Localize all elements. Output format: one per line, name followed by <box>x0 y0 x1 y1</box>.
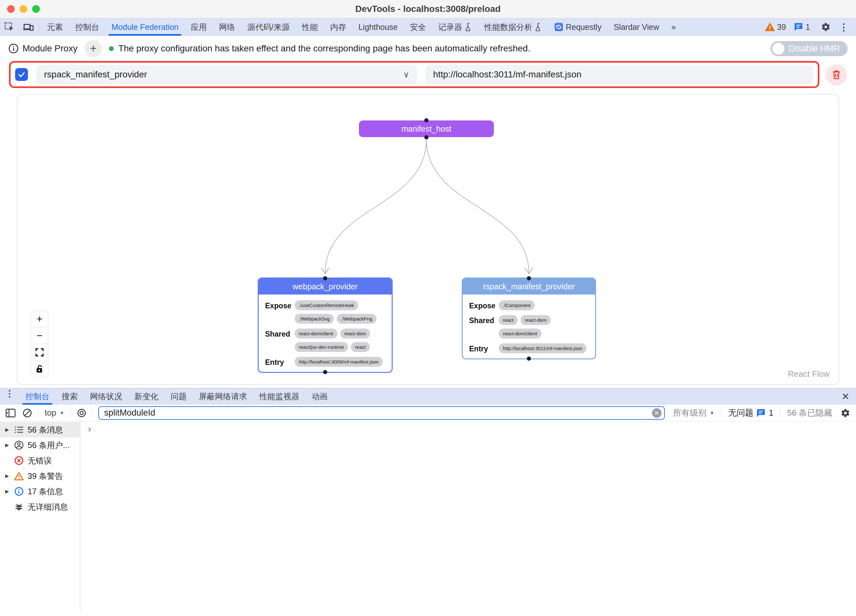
sidebar-item-user-messages[interactable]: ▶ 56 条用户... <box>0 438 80 453</box>
unlock-icon <box>35 365 43 373</box>
tab-requestly[interactable]: Requestly <box>548 18 608 36</box>
live-expression-eye-icon[interactable] <box>74 406 89 420</box>
console-sidebar-toggle-icon[interactable] <box>3 406 18 420</box>
sidebar-item-label: 56 条用户... <box>28 440 70 451</box>
sidebar-item-label: 56 条消息 <box>28 425 63 435</box>
tab-performance[interactable]: 性能 <box>296 18 324 36</box>
sidebar-item-all-messages[interactable]: ▶ 56 条消息 <box>0 422 80 438</box>
react-flow-attribution[interactable]: React Flow <box>788 369 830 379</box>
divider <box>39 22 40 32</box>
node-handle <box>323 370 328 374</box>
lock-button[interactable] <box>31 361 48 377</box>
node-handle <box>425 118 429 122</box>
node-rspack-manifest-provider[interactable]: rspack_manifest_provider Expose ./Compon… <box>462 278 596 359</box>
expose-module: ./WebpackPng <box>337 314 376 324</box>
tab-lighthouse[interactable]: Lighthouse <box>352 18 403 36</box>
more-tabs-button[interactable]: » <box>665 18 682 36</box>
status-dot <box>109 46 114 51</box>
drawer-overflow-icon[interactable]: ⋮ <box>0 388 19 405</box>
sidebar-item-errors[interactable]: 无错误 <box>0 453 80 468</box>
log-levels-select[interactable]: 所有级别 ▼ <box>669 407 719 418</box>
entry-url: http://localhost:3011/mf-manifest.json <box>499 343 587 353</box>
drawer-tab-network-conditions[interactable]: 网络状况 <box>84 388 128 405</box>
tab-module-federation[interactable]: Module Federation <box>105 18 185 36</box>
tab-slardar-view[interactable]: Slardar View <box>608 18 665 36</box>
info-icon <box>8 43 18 54</box>
tab-console[interactable]: 控制台 <box>69 18 105 36</box>
zoom-in-button[interactable]: + <box>31 310 48 327</box>
entry-url: http://localhost:3009/mf-manifest.json <box>295 357 383 367</box>
tabbar-right-group: 39 1 ⋮ <box>758 18 856 36</box>
tab-application[interactable]: 应用 <box>185 18 213 36</box>
drawer-tabbar: ⋮ 控制台 搜索 网络状况 新变化 问题 屏蔽网络请求 性能监视器 动画 ✕ <box>0 388 856 405</box>
drawer-tab-search[interactable]: 搜索 <box>55 388 84 405</box>
trash-icon <box>831 70 841 80</box>
add-proxy-button[interactable]: + <box>85 40 102 57</box>
entry-label: Entry <box>469 343 499 353</box>
issues-counter[interactable]: 无问题 1 <box>725 407 776 418</box>
tab-recorder[interactable]: 记录器 <box>432 18 478 36</box>
sidebar-item-info[interactable]: ▶ 17 条信息 <box>0 484 80 499</box>
drawer-tab-animations[interactable]: 动画 <box>306 388 334 405</box>
divider <box>38 408 38 418</box>
more-options-icon[interactable]: ⋮ <box>835 22 853 33</box>
provider-select-value: rspack_manifest_provider <box>44 69 147 80</box>
clear-console-icon[interactable] <box>20 406 35 420</box>
node-handle <box>323 276 328 280</box>
settings-gear-icon[interactable] <box>817 22 835 32</box>
sidebar-item-label: 39 条警告 <box>28 471 63 481</box>
shared-dep: react-dom/client <box>295 329 337 338</box>
zoom-out-button[interactable]: − <box>31 327 48 344</box>
disable-hmr-toggle[interactable]: Disable HMR <box>771 41 848 56</box>
module-proxy-title: Module Proxy <box>23 43 77 54</box>
drawer-tab-console[interactable]: 控制台 <box>19 388 55 405</box>
sidebar-item-label: 无错误 <box>28 455 52 466</box>
module-federation-graph[interactable]: manifest_host webpack_provider Expose ./… <box>17 94 839 385</box>
console-output[interactable]: › <box>80 421 856 613</box>
drawer-tab-network-blocking[interactable]: 屏蔽网络请求 <box>193 388 253 405</box>
bug-icon <box>14 502 23 511</box>
tab-elements[interactable]: 元素 <box>41 18 69 36</box>
sidebar-item-warnings[interactable]: ▶ 39 条警告 <box>0 468 80 484</box>
close-drawer-button[interactable]: ✕ <box>835 388 856 405</box>
node-manifest-host[interactable]: manifest_host <box>359 120 494 137</box>
clear-filter-button[interactable]: ✕ <box>652 408 662 418</box>
issues-count: 1 <box>805 23 810 32</box>
delete-rule-button[interactable] <box>826 64 847 85</box>
tab-security[interactable]: 安全 <box>404 18 432 36</box>
shared-dep: react <box>499 315 518 325</box>
proxy-status-message: The proxy configuration has taken effect… <box>118 43 530 54</box>
rule-enabled-checkbox[interactable] <box>15 68 28 81</box>
tab-sources[interactable]: 源代码/来源 <box>241 18 296 36</box>
inspect-element-icon[interactable] <box>0 18 18 36</box>
window-titlebar: DevTools - localhost:3008/preload <box>0 0 856 18</box>
warnings-badge[interactable]: 39 <box>761 23 790 32</box>
console-settings-gear-icon[interactable] <box>838 406 853 420</box>
more-tabs-icon: » <box>671 23 676 32</box>
tab-memory[interactable]: 内存 <box>324 18 352 36</box>
drawer-tab-performance-monitor[interactable]: 性能监视器 <box>253 388 306 405</box>
shared-dep: react-dom/client <box>499 329 542 338</box>
manifest-url-input[interactable] <box>425 65 813 84</box>
device-toolbar-icon[interactable] <box>18 18 38 36</box>
console-filter-input[interactable] <box>99 406 665 420</box>
issues-badge[interactable]: 1 <box>790 23 814 32</box>
provider-select[interactable]: rspack_manifest_provider ∨ <box>36 65 417 84</box>
drawer-tab-changes[interactable]: 新变化 <box>128 388 165 405</box>
sidebar-item-label: 17 条信息 <box>28 486 63 497</box>
tab-network[interactable]: 网络 <box>213 18 241 36</box>
caret-down-icon: ▼ <box>710 410 714 416</box>
fit-view-button[interactable] <box>31 344 48 361</box>
javascript-context-select[interactable]: top ▼ <box>42 408 68 418</box>
tab-performance-insights[interactable]: 性能数据分析 <box>478 18 548 36</box>
node-title: manifest_host <box>401 124 451 134</box>
shared-dep: react-dom <box>520 315 551 325</box>
experiment-flask-icon <box>535 23 542 31</box>
node-webpack-provider[interactable]: webpack_provider Expose ./useCustomRemot… <box>258 278 393 373</box>
drawer-tab-issues[interactable]: 问题 <box>165 388 193 405</box>
sidebar-item-verbose[interactable]: 无详细消息 <box>0 499 80 515</box>
messages-list-icon <box>14 426 23 433</box>
shared-dep: react <box>351 342 370 352</box>
node-title: rspack_manifest_provider <box>463 278 595 295</box>
node-handle <box>527 276 531 280</box>
